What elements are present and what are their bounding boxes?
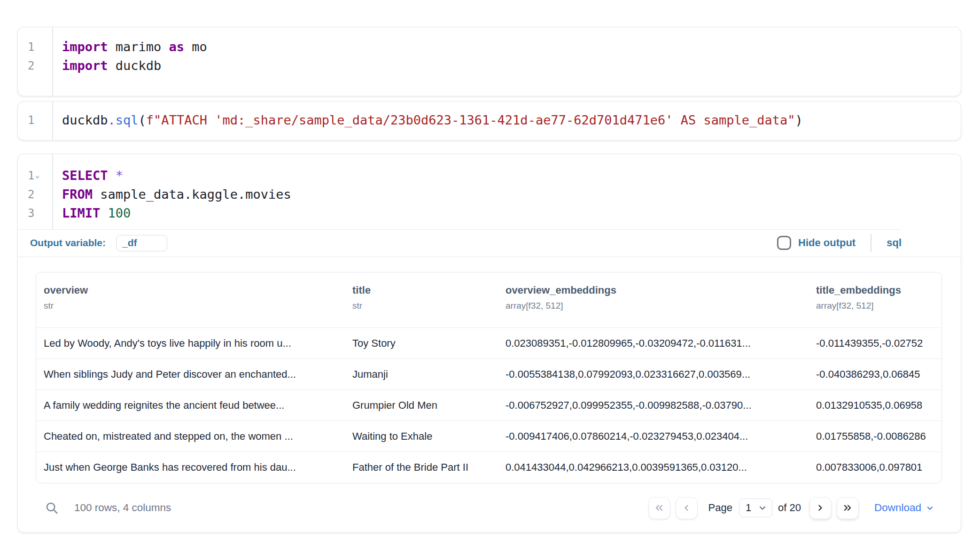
- table-cell: Waiting to Exhale: [345, 421, 498, 452]
- column-type: str: [44, 301, 337, 311]
- code-line[interactable]: 3LIMIT 100: [18, 204, 961, 223]
- code-line[interactable]: 1import marimo as mo: [18, 38, 961, 56]
- table-cell: 0.0132910535,0.06958: [809, 390, 941, 421]
- code-line[interactable]: 1duckdb.sql(f"ATTACH 'md:_share/sample_d…: [18, 111, 961, 130]
- table-cell: -0.006752927,0.099952355,-0.009982588,-0…: [498, 390, 809, 421]
- sql-cell: 1⌄SELECT *2FROM sample_data.kaggle.movie…: [17, 154, 961, 533]
- column-type: str: [352, 301, 490, 311]
- last-page-button[interactable]: [837, 497, 859, 519]
- column-name: title_embeddings: [816, 284, 934, 296]
- page-number-value: 1: [746, 502, 751, 514]
- cell-controls-right: Hide output sql: [777, 234, 902, 252]
- table-cell: -0.011439355,-0.02752: [809, 328, 941, 359]
- table-cell: 0.041433044,0.042966213,0.0039591365,0.0…: [498, 452, 809, 483]
- chevrons-right-icon: [842, 502, 853, 513]
- chevron-left-icon: [681, 502, 692, 513]
- code-line[interactable]: 2import duckdb: [18, 56, 961, 75]
- line-number: 1: [18, 111, 52, 130]
- chevrons-left-icon: [653, 502, 665, 513]
- column-header-overview[interactable]: overviewstr: [36, 272, 345, 328]
- code-cell-imports: 1import marimo as mo2import duckdb: [17, 27, 961, 96]
- table-cell: Cheated on, mistreated and stepped on, t…: [36, 421, 345, 452]
- line-number: 1: [18, 38, 52, 56]
- table-cell: 0.01755858,-0.0086286: [809, 421, 941, 452]
- column-name: overview_embeddings: [506, 284, 801, 296]
- data-table: overviewstrtitlestroverview_embeddingsar…: [36, 272, 942, 483]
- table-cell: -0.040386293,0.06845: [809, 359, 941, 390]
- column-header-title_embeddings[interactable]: title_embeddingsarray[f32, 512]: [809, 272, 941, 328]
- chevron-down-icon: [926, 504, 934, 513]
- column-name: title: [352, 284, 490, 296]
- row-count-status: 100 rows, 4 columns: [74, 502, 171, 514]
- line-number: 3: [18, 204, 52, 223]
- fold-chevron-icon[interactable]: ⌄: [35, 165, 40, 184]
- code-editor[interactable]: 1duckdb.sql(f"ATTACH 'md:_share/sample_d…: [18, 101, 961, 140]
- table-cell: Jumanji: [345, 359, 498, 390]
- column-type: array[f32, 512]: [506, 301, 801, 311]
- page-label: Page: [708, 502, 732, 514]
- page-number-select[interactable]: 1: [739, 498, 772, 517]
- cell-output-area: overviewstrtitlestroverview_embeddingsar…: [18, 257, 961, 483]
- hide-output-checkbox[interactable]: [777, 236, 791, 250]
- column-type: array[f32, 512]: [816, 301, 934, 311]
- line-number: 2: [18, 56, 52, 75]
- chevron-down-icon: [758, 503, 767, 513]
- table-cell: Led by Woody, Andy's toys live happily i…: [36, 328, 345, 359]
- cell-controls-row: Output variable: Hide output sql: [18, 229, 961, 257]
- table-cell: -0.0055384138,0.07992093,0.023316627,0.0…: [498, 359, 809, 390]
- code-editor[interactable]: 1import marimo as mo2import duckdb: [18, 27, 961, 96]
- column-header-title[interactable]: titlestr: [345, 272, 498, 328]
- prev-page-button[interactable]: [676, 497, 698, 519]
- table-cell: Just when George Banks has recovered fro…: [36, 452, 345, 483]
- next-page-button[interactable]: [809, 497, 832, 519]
- table-cell: 0.023089351,-0.012809965,-0.03209472,-0.…: [498, 328, 809, 359]
- download-button[interactable]: Download: [874, 502, 934, 514]
- notebook-page: 1import marimo as mo2import duckdb 1duck…: [0, 0, 980, 533]
- table-cell: Father of the Bride Part II: [345, 452, 498, 483]
- hide-output-label[interactable]: Hide output: [798, 237, 856, 249]
- table-cell: A family wedding reignites the ancient f…: [36, 390, 345, 421]
- table-cell: When siblings Judy and Peter discover an…: [36, 359, 345, 390]
- chevron-right-icon: [815, 502, 826, 513]
- table-cell: Toy Story: [345, 328, 498, 359]
- search-icon[interactable]: [45, 501, 59, 515]
- line-number: 2: [18, 185, 52, 204]
- code-line[interactable]: 2FROM sample_data.kaggle.movies: [18, 185, 961, 204]
- output-variable-input[interactable]: [116, 235, 167, 251]
- code-line[interactable]: 1⌄SELECT *: [18, 166, 961, 185]
- first-page-button[interactable]: [648, 497, 670, 519]
- table-cell: 0.007833006,0.097801: [809, 452, 941, 483]
- column-header-overview_embeddings[interactable]: overview_embeddingsarray[f32, 512]: [498, 272, 809, 328]
- page-total-label: of 20: [778, 502, 801, 514]
- column-name: overview: [44, 284, 337, 296]
- output-variable-label: Output variable:: [30, 237, 106, 249]
- sql-language-label[interactable]: sql: [887, 237, 902, 249]
- table-cell: -0.009417406,0.07860214,-0.023279453,0.0…: [498, 421, 809, 452]
- pagination: Page 1 of 20: [648, 497, 859, 519]
- controls-divider: [871, 234, 871, 252]
- code-cell-attach: 1duckdb.sql(f"ATTACH 'md:_share/sample_d…: [17, 101, 961, 140]
- table-footer: 100 rows, 4 columns Page 1: [18, 483, 961, 532]
- line-number: 1⌄: [18, 166, 52, 185]
- code-editor[interactable]: 1⌄SELECT *2FROM sample_data.kaggle.movie…: [18, 154, 961, 229]
- download-label: Download: [874, 502, 921, 514]
- table-cell: Grumpier Old Men: [345, 390, 498, 421]
